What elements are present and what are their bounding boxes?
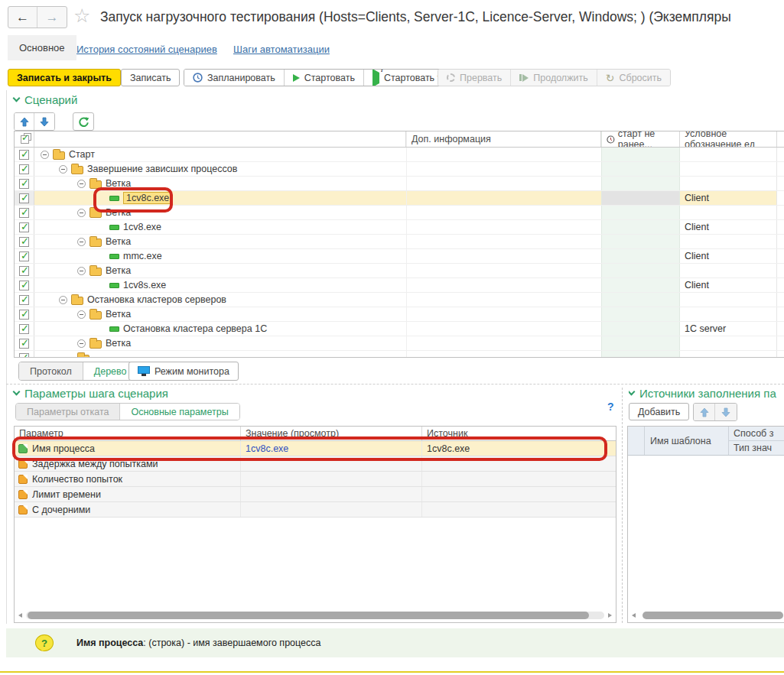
tab-osnovnoe[interactable]: Основное (8, 35, 76, 60)
tree-node-label: Ветка (106, 338, 131, 349)
status-help-icon: ? (35, 634, 54, 651)
tab-rollback-params[interactable]: Параметры отката (16, 404, 120, 420)
expander-icon (77, 238, 86, 246)
table-row[interactable]: Завершение зависших процессов (15, 162, 784, 177)
table-row[interactable]: 1cv8s.exeClient (15, 278, 784, 293)
interrupt-label: Прервать (460, 73, 502, 83)
tree-cell: Ветка (34, 177, 406, 190)
row-checkbox[interactable] (15, 322, 34, 336)
table-row[interactable]: 1cv8.exeClient (15, 220, 784, 235)
row-checkbox[interactable] (15, 293, 34, 307)
table-row[interactable]: Ветка (15, 307, 784, 322)
save-close-button[interactable]: Записать и закрыть (8, 69, 121, 86)
column-header-source[interactable]: Источник (421, 427, 616, 440)
table-row[interactable]: Ветка (15, 235, 784, 249)
table-row[interactable]: Ветка (15, 206, 784, 220)
row-checkbox[interactable] (15, 220, 34, 234)
row-checkbox[interactable] (15, 162, 34, 176)
unit-cell: Client (680, 278, 777, 292)
params-h-scrollbar[interactable] (17, 611, 613, 620)
table-row[interactable]: Ветка (15, 336, 784, 351)
table-row[interactable]: Ветка (15, 264, 784, 278)
link-scenario-state-history[interactable]: История состояний сценариев (76, 44, 217, 55)
start-button[interactable]: Стартовать (285, 70, 364, 86)
table-row[interactable]: Старт (15, 148, 784, 162)
link-automation-steps[interactable]: Шаги автоматизации (233, 44, 330, 55)
section-sources-header[interactable]: Источники заполнения па (629, 387, 782, 400)
table-row[interactable]: 1cv8c.exeClient (15, 191, 784, 206)
play-icon (293, 74, 300, 82)
forward-button[interactable]: → (37, 7, 67, 28)
scroll-left-arrow-icon[interactable] (632, 613, 636, 618)
scroll-thumb[interactable] (642, 612, 783, 619)
column-header-parameter[interactable]: Параметр (15, 427, 240, 440)
tab-main-params[interactable]: Основные параметры (120, 404, 239, 420)
row-checkbox[interactable] (15, 278, 34, 292)
reset-button[interactable]: ↻ Сбросить (597, 70, 670, 86)
row-checkbox[interactable] (15, 177, 34, 190)
row-checkbox[interactable] (15, 351, 34, 358)
table-row[interactable]: Остановка кластеров серверов (15, 293, 784, 307)
history-nav: ← → (8, 6, 67, 28)
column-header-tree[interactable] (34, 131, 406, 147)
tree-cell: Старт (34, 148, 406, 161)
row-checkbox[interactable] (15, 264, 34, 277)
row-checkbox[interactable] (15, 235, 34, 248)
table-row[interactable]: Остановка кластера сервера 1С1C server (15, 322, 784, 336)
sources-h-scrollbar[interactable] (630, 611, 782, 620)
monitor-mode-button[interactable]: Режим монитора (128, 362, 239, 381)
refresh-button[interactable] (73, 112, 94, 131)
tab-protocol[interactable]: Протокол (19, 362, 83, 380)
table-row[interactable] (15, 351, 784, 358)
param-source-cell (421, 472, 616, 486)
column-header-unit[interactable]: Условное обозначение ед (680, 131, 777, 147)
row-checkbox[interactable] (15, 206, 34, 219)
row-checkbox[interactable] (15, 249, 34, 263)
help-link[interactable]: ? (607, 401, 614, 413)
scroll-right-arrow-icon[interactable] (608, 613, 612, 618)
step-icon (109, 326, 119, 332)
save-button[interactable]: Записать (121, 69, 180, 86)
table-row[interactable]: Количество попыток (15, 472, 616, 487)
sources-up-button[interactable] (694, 404, 715, 420)
add-button[interactable]: Добавить (629, 403, 689, 420)
continue-button[interactable]: Продолжить (511, 70, 597, 86)
section-step-params-header[interactable]: Параметры шага сценария (14, 387, 168, 400)
table-row[interactable]: Имя процесса1cv8c.exe1cv8c.exe (15, 441, 616, 456)
scroll-thumb[interactable] (28, 612, 589, 619)
move-down-button[interactable] (34, 113, 54, 130)
column-header-info[interactable]: Доп. информация (406, 131, 601, 147)
move-up-button[interactable] (15, 113, 34, 130)
interrupt-button[interactable]: Прервать (438, 70, 511, 86)
column-header-checkbox[interactable]: ✓ (15, 131, 34, 147)
schedule-button[interactable]: Запланировать (184, 70, 285, 86)
column-header-fill-method[interactable]: Способ з (729, 427, 784, 441)
down-arrow-icon (40, 117, 49, 127)
table-row[interactable]: Задержка между попытками (15, 456, 616, 472)
folder-icon (89, 311, 102, 320)
scroll-left-arrow-icon[interactable] (18, 613, 22, 618)
sources-down-button[interactable] (715, 404, 737, 420)
column-header-value-type[interactable]: Тип знач (729, 441, 784, 455)
table-row[interactable]: Лимит времени (15, 487, 616, 502)
row-checkbox[interactable] (15, 307, 34, 321)
column-header-template-name[interactable]: Имя шаблона (645, 427, 729, 455)
start-time-cell (601, 336, 680, 350)
back-button[interactable]: ← (8, 7, 37, 28)
table-row[interactable]: С дочерними (15, 502, 616, 518)
favorite-star-icon[interactable]: ☆ (73, 6, 90, 25)
table-row[interactable]: Ветка (15, 177, 784, 191)
section-scenario-header[interactable]: Сценарий (14, 93, 77, 106)
clock-icon (193, 73, 203, 83)
table-row[interactable]: mmc.exeClient (15, 249, 784, 264)
column-header-value[interactable]: Значение (просмотр) (240, 427, 421, 440)
expander-icon (41, 151, 49, 159)
row-checkbox[interactable] (15, 191, 34, 205)
row-checkbox[interactable] (15, 336, 34, 350)
param-value-cell (240, 487, 421, 501)
panel-splitter[interactable] (622, 388, 623, 623)
row-checkbox[interactable] (15, 148, 34, 161)
column-header-start[interactable]: старт не ранее... (601, 131, 680, 147)
param-name-cell: Лимит времени (15, 487, 240, 501)
folder-icon (53, 151, 65, 160)
